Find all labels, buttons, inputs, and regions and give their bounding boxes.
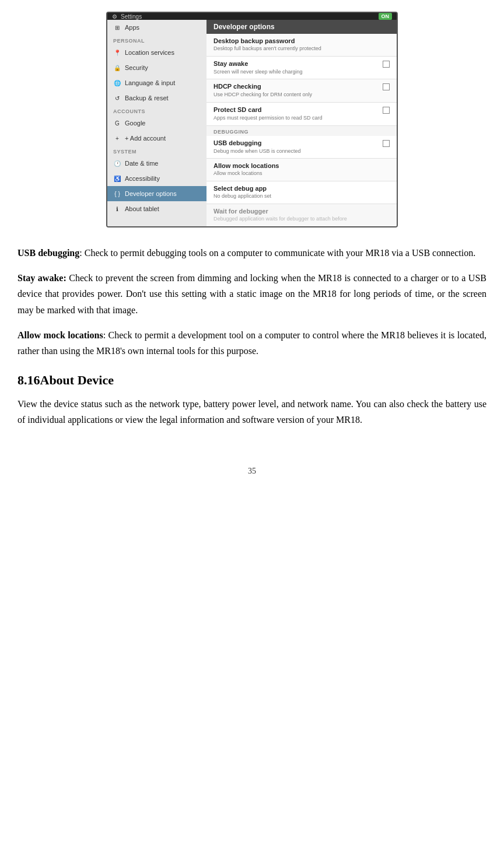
settings-icon: ⚙ [112,13,117,20]
usb-debug-desc: Debug mode when USB is connected [214,148,390,155]
allow-mock-bold: Allow mock locations [18,330,103,340]
datetime-label: Date & time [125,160,158,167]
hdcp-label: HDCP checking [214,83,261,90]
select-debug-label: Select debug app [214,185,267,192]
apps-label: Apps [125,24,139,31]
option-title-mock: Allow mock locations [214,162,390,169]
apps-icon: ⊞ [113,23,121,31]
language-icon: 🌐 [113,79,121,87]
option-title-usb-debug: USB debugging [214,139,390,147]
option-hdcp[interactable]: HDCP checking Use HDCP checking for DRM … [206,79,397,103]
location-icon: 📍 [113,48,121,57]
sidebar-item-google[interactable]: G Google [107,115,206,131]
status-bar: ⚙ Settings ON [107,13,397,20]
debugging-section-label: DEBUGGING [206,126,397,136]
protect-sd-label: Protect SD card [214,106,262,113]
about-label: About tablet [125,205,159,212]
bottom-nav-buttons: ↩ ○ ▭ [114,227,149,228]
tablet-body: ⊞ Apps PERSONAL 📍 Location services 🔒 Se… [107,20,397,227]
sidebar-item-datetime[interactable]: 🕐 Date & time [107,156,206,171]
tablet-screenshot: ⚙ Settings ON ⊞ Apps PERSONAL 📍 Location… [106,12,398,227]
sidebar-item-security[interactable]: 🔒 Security [107,60,206,75]
recents-button[interactable]: ▭ [142,227,149,228]
usb-debug-label: USB debugging [214,139,262,146]
right-panel: Developer options Desktop backup passwor… [206,20,397,227]
home-button[interactable]: ○ [129,227,134,228]
backup-password-desc: Desktop full backups aren't currently pr… [214,45,390,52]
option-mock-locations[interactable]: Allow mock locations Allow mock location… [206,159,397,181]
system-section-label: SYSTEM [107,146,206,156]
panel-title: Developer options [206,20,397,34]
option-usb-debug[interactable]: USB debugging Debug mode when USB is con… [206,136,397,159]
accessibility-label: Accessibility [125,175,160,182]
sidebar-item-add-account[interactable]: + + Add account [107,131,206,146]
sidebar-item-about[interactable]: ℹ About tablet [107,201,206,216]
stay-awake-text: Check to prevent the screen from dimming… [18,273,487,314]
app-name-label: Settings [121,13,142,20]
option-title-backup: Desktop backup password [214,37,390,44]
usb-debugging-text: : Check to permit debugging tools on a c… [79,248,475,258]
about-device-heading: 8.16About Device [18,373,487,388]
google-label: Google [125,120,145,127]
developer-icon: { } [113,190,121,198]
sidebar-item-language[interactable]: 🌐 Language & input [107,75,206,90]
option-select-debug[interactable]: Select debug app No debug application se… [206,181,397,204]
doc-content: USB debugging: Check to permit debugging… [0,233,504,461]
option-desktop-backup[interactable]: Desktop backup password Desktop full bac… [206,34,397,57]
add-account-label: + Add account [125,135,166,142]
backup-label: Backup & reset [125,94,169,101]
page-number: 35 [0,461,504,488]
developer-label: Developer options [125,190,177,197]
add-account-icon: + [113,134,121,142]
backup-icon: ↺ [113,94,121,102]
wait-debugger-desc: Debugged application waits for debugger … [214,216,390,223]
bottom-nav: ↩ ○ ▭ 🔋 11:22 📶 [107,227,397,228]
option-stay-awake[interactable]: Stay awake Screen will never sleep while… [206,57,397,80]
backup-password-label: Desktop backup password [214,37,295,44]
sidebar-item-backup[interactable]: ↺ Backup & reset [107,90,206,106]
stay-awake-checkbox[interactable] [383,61,390,68]
about-device-paragraph: View the device status such as the netwo… [18,396,487,428]
usb-debugging-paragraph: USB debugging: Check to permit debugging… [18,245,487,261]
on-badge: ON [379,13,393,20]
stay-awake-label: Stay awake [214,60,248,67]
personal-section-label: PERSONAL [107,35,206,45]
option-protect-sd[interactable]: Protect SD card Apps must request permis… [206,103,397,126]
option-wait-debugger[interactable]: Wait for debugger Debugged application w… [206,204,397,227]
accounts-section-label: ACCOUNTS [107,106,206,115]
option-title-stay-awake: Stay awake [214,60,390,68]
sidebar-item-location[interactable]: 📍 Location services [107,45,206,60]
google-icon: G [113,119,121,127]
hdcp-desc: Use HDCP checking for DRM content only [214,92,390,99]
stay-awake-bold: Stay awake: [18,273,66,283]
stay-awake-paragraph: Stay awake: Check to prevent the screen … [18,270,487,318]
sidebar-item-apps[interactable]: ⊞ Apps [107,20,206,35]
hdcp-checkbox[interactable] [383,83,390,90]
sidebar-item-accessibility[interactable]: ♿ Accessibility [107,171,206,186]
status-bar-left: ⚙ Settings [112,13,142,20]
option-title-protect-sd: Protect SD card [214,106,390,114]
protect-sd-desc: Apps must request permission to read SD … [214,115,390,122]
security-label: Security [125,64,148,71]
location-label: Location services [125,49,174,56]
protect-sd-checkbox[interactable] [383,107,390,114]
option-title-select-debug: Select debug app [214,185,390,192]
security-icon: 🔒 [113,64,121,72]
wait-debugger-label: Wait for debugger [214,208,268,215]
mock-location-desc: Allow mock locations [214,170,390,177]
mock-location-label: Allow mock locations [214,162,279,169]
about-icon: ℹ [113,205,121,213]
allow-mock-paragraph: Allow mock locations: Check to permit a … [18,327,487,359]
select-debug-desc: No debug application set [214,193,390,200]
accessibility-icon: ♿ [113,174,121,183]
datetime-icon: 🕐 [113,159,121,167]
sidebar: ⊞ Apps PERSONAL 📍 Location services 🔒 Se… [107,20,206,227]
back-button[interactable]: ↩ [114,227,121,228]
status-bar-right: ON [379,13,393,20]
stay-awake-desc: Screen will never sleep while charging [214,69,390,76]
usb-debug-checkbox[interactable] [383,140,390,147]
sidebar-item-developer[interactable]: { } Developer options [107,186,206,201]
option-title-wait: Wait for debugger [214,208,390,215]
usb-debugging-bold: USB debugging [18,248,79,258]
screenshot-wrapper: ⚙ Settings ON ⊞ Apps PERSONAL 📍 Location… [0,0,504,233]
